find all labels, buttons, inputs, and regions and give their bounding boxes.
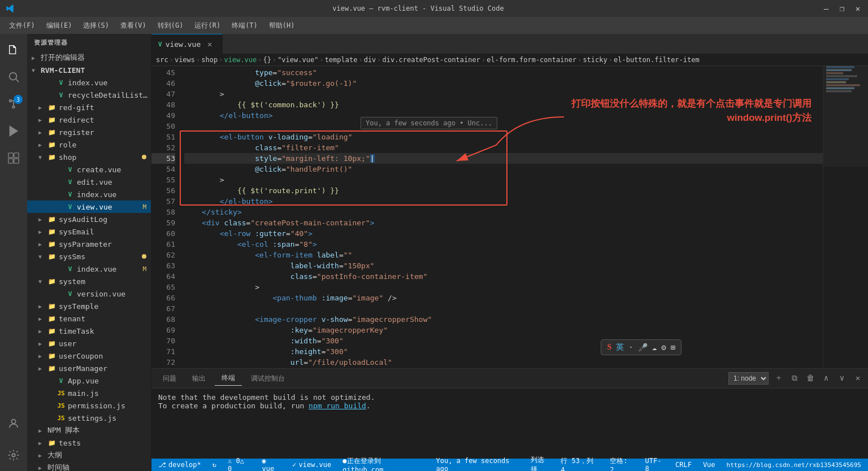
sidebar-item-tenant[interactable]: ▶ 📁 tenant [27,312,151,325]
close-button[interactable]: ✕ [853,4,862,13]
sidebar-item-sysemail[interactable]: ▶ 📁 sysEmail [27,225,151,238]
breadcrumb-viewvue2[interactable]: "view.vue" [277,56,318,64]
spaces-label: 空格: 2 [610,456,633,472]
root-folder[interactable]: ▼ RVM-CLIENT [27,64,151,76]
minimize-button[interactable]: — [822,4,831,13]
sidebar-item-edit-vue[interactable]: V edit.vue [27,176,151,188]
tab-terminal[interactable]: 终端 [215,371,242,386]
npm-run-build-link[interactable]: npm run build [309,402,366,410]
menu-help[interactable]: 帮助(H) [264,19,300,33]
folder-arrow: ▼ [38,154,47,160]
breadcrumb-braces[interactable]: {} [263,56,271,64]
sidebar-item-sysauditlog[interactable]: ▶ 📁 sysAuditLog [27,213,151,225]
sidebar-item-system[interactable]: ▼ 📁 system [27,275,151,287]
sidebar-item-register[interactable]: ▶ 📁 register [27,126,151,138]
sidebar-item-shop[interactable]: ▼ 📁 shop [27,151,151,163]
menu-view[interactable]: 查看(V) [116,19,151,33]
breadcrumb-form[interactable]: el-form.form-container [487,56,576,64]
sidebar-item-usermanager[interactable]: ▶ 📁 userManager [27,362,151,374]
status-cursor[interactable]: 行 53，列 4 [558,456,601,472]
breadcrumb-div[interactable]: div [364,56,376,64]
sidebar-item-timeline[interactable]: ▶ 时间轴 [27,461,151,471]
sidebar-item-syssms[interactable]: ▼ 📁 sysSms [27,250,151,263]
sidebar-item-app-vue[interactable]: V App.vue [27,374,151,387]
breadcrumb-elbutton[interactable]: el-button.filter-item [614,56,700,64]
terminal-trash-button[interactable]: 🗑 [805,372,816,383]
status-line-ending[interactable]: CRLF [673,461,694,469]
menu-goto[interactable]: 转到(G) [153,19,188,33]
sidebar-item-permission-js[interactable]: JS permission.js [27,399,151,412]
terminal-close-button[interactable]: ✕ [852,372,863,383]
sidebar-item-user[interactable]: ▶ 📁 user [27,337,151,350]
tab-close-button[interactable]: ✕ [204,38,215,50]
menu-run[interactable]: 运行(R) [190,19,225,33]
terminal-split-button[interactable]: ⧉ [789,372,800,383]
tab-view-vue[interactable]: V view.vue ✕ [151,34,223,54]
breadcrumb-createpost[interactable]: div.createPost-container [383,56,480,64]
menu-terminal[interactable]: 终端(T) [227,19,262,33]
breadcrumb-sticky[interactable]: sticky [583,56,607,64]
activity-source-control[interactable]: 3 [2,93,25,115]
tab-problems[interactable]: 问题 [156,372,183,386]
sidebar-item-index-vue-1[interactable]: V index.vue [27,76,151,89]
sidebar-item-tests[interactable]: ▶ 📁 tests [27,437,151,449]
status-sync[interactable]: ↻ [210,461,219,469]
sidebar-item-role[interactable]: ▶ 📁 role [27,138,151,151]
status-language[interactable]: Vue [701,461,718,469]
sidebar-item-index-vue-shop[interactable]: V index.vue [27,188,151,200]
activity-settings[interactable] [2,444,25,466]
activity-run[interactable] [2,120,25,142]
sidebar-item-systemple[interactable]: ▶ 📁 sysTemple [27,300,151,312]
status-github[interactable]: ●正在登录到 github.com... [340,456,433,472]
terminal-collapse-button[interactable]: ∨ [836,372,848,383]
tab-output[interactable]: 输出 [185,372,212,386]
sidebar-item-syssms-index[interactable]: V index.vue M [27,263,151,275]
code-line-71: :height="300" [184,346,823,357]
activity-search[interactable] [2,66,25,88]
status-vue[interactable]: ◉ vue [260,457,284,471]
menu-file[interactable]: 文件(F) [5,19,40,33]
activity-extensions[interactable] [2,147,25,169]
sidebar-item-usercoupon[interactable]: ▶ 📁 userCoupon [27,350,151,362]
status-spaces[interactable]: 空格: 2 [607,456,636,472]
sidebar-item-red-gift[interactable]: ▶ 📁 red-gift [27,101,151,114]
breadcrumb-shop[interactable]: shop [201,56,218,64]
breadcrumb-viewvue[interactable]: view.vue [224,56,257,64]
activity-account[interactable] [2,412,25,435]
code-content[interactable]: type="success" @click="$router.go(-1)" >… [180,66,823,368]
sidebar-item-timetask[interactable]: ▶ 📁 timeTask [27,325,151,337]
open-editors-header[interactable]: ▶ 打开的编辑器 [27,51,151,64]
status-csdn-link[interactable]: https://blog.csdn.net/rxb13543545695 [724,461,863,469]
sidebar-item-main-js[interactable]: JS main.js [27,387,151,399]
status-encoding[interactable]: UTF-8 [643,457,666,471]
menu-selection[interactable]: 选择(S) [79,19,114,33]
status-errors[interactable]: ⚠ 0△ 0 [225,457,253,471]
activity-files[interactable] [2,38,25,61]
status-viewvue[interactable]: ✓ view.vue [290,461,333,469]
terminal-content[interactable]: Note that the development build is not o… [151,389,868,459]
tab-debug[interactable]: 调试控制台 [244,372,292,386]
terminal-node-select[interactable]: 1: node [728,372,769,385]
menu-edit[interactable]: 编辑(E) [42,19,77,33]
sidebar-item-outline[interactable]: ▶ 大纲 [27,449,151,461]
sidebar-item-version-vue[interactable]: V version.vue [27,287,151,300]
status-branch[interactable]: ⎇ develop* [156,461,203,469]
breadcrumb-src[interactable]: src [156,56,168,64]
sidebar-item-create-vue[interactable]: V create.vue [27,163,151,176]
breadcrumb-template[interactable]: template [325,56,358,64]
sidebar-item-recyclelist[interactable]: V recycleDetailList.v... [27,89,151,101]
svg-rect-23 [823,66,868,167]
sidebar-item-sysparameter[interactable]: ▶ 📁 sysParameter [27,238,151,250]
sidebar-item-redirect[interactable]: ▶ 📁 redirect [27,114,151,126]
sidebar-item-view-vue[interactable]: V view.vue M [27,200,151,213]
maximize-button[interactable]: ❐ [837,4,847,13]
terminal-expand-button[interactable]: ∧ [821,372,832,383]
breadcrumb-views[interactable]: views [175,56,195,64]
sidebar-item-npm[interactable]: ▶ NPM 脚本 [27,424,151,437]
folder-icon: 📁 [47,140,57,149]
code-line-72: url="/file/uploadLocal" [184,357,823,368]
terminal-add-button[interactable]: ＋ [773,372,784,383]
sidebar-item-settings-js[interactable]: JS settings.js [27,412,151,424]
status-selection-mode[interactable]: 列选择 [528,455,552,471]
status-git-blame[interactable]: You, a few seconds ago [434,457,522,471]
